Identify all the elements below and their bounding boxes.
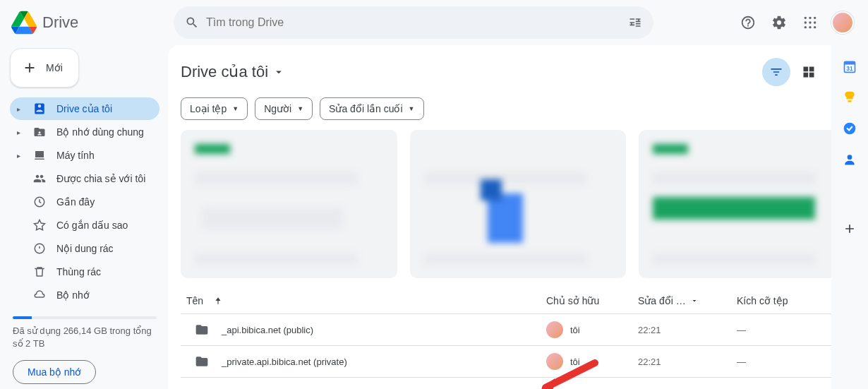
caret-icon: ▸ [17, 105, 25, 113]
file-name: _private.api.bibica.net (private) [222, 357, 347, 367]
search-bar[interactable] [174, 6, 653, 39]
search-input[interactable] [206, 16, 621, 29]
apps-icon[interactable] [796, 8, 824, 37]
nav-label: Bộ nhớ [56, 289, 90, 301]
col-name[interactable]: Tên [186, 295, 546, 306]
svg-point-5 [814, 21, 816, 23]
buy-storage-button[interactable]: Mua bộ nhớ [13, 360, 96, 384]
help-icon[interactable] [734, 8, 762, 37]
svg-point-4 [809, 21, 811, 23]
search-options-icon[interactable] [621, 8, 649, 37]
svg-point-8 [814, 26, 816, 28]
chevron-down-icon: ▼ [232, 105, 239, 112]
filter-icon[interactable] [762, 58, 790, 86]
svg-point-0 [804, 17, 807, 19]
svg-point-20 [848, 155, 852, 160]
logo-area[interactable]: Drive [6, 10, 168, 35]
nav-label: Có gắn dấu sao [56, 220, 128, 231]
nav-icon [32, 241, 47, 256]
grid-view-icon[interactable] [795, 58, 823, 86]
table-row[interactable]: _api.bibica.net (public)tôi22:21—⋮ [181, 314, 855, 346]
search-icon[interactable] [178, 8, 206, 37]
contacts-icon[interactable] [843, 152, 857, 167]
account-avatar[interactable] [831, 11, 854, 34]
sidebar-item-0[interactable]: ▸Drive của tôi [10, 97, 159, 120]
sidebar-item-6[interactable]: Nội dung rác [10, 237, 159, 260]
file-size: — [737, 325, 828, 335]
nav-label: Thùng rác [56, 266, 101, 277]
nav-icon [32, 218, 47, 232]
sidebar-item-4[interactable]: Gần đây [10, 191, 159, 213]
add-addon-icon[interactable] [843, 222, 857, 236]
svg-text:31: 31 [846, 65, 853, 72]
settings-icon[interactable] [765, 8, 793, 37]
owner-name: tôi [570, 357, 580, 367]
svg-point-1 [809, 17, 811, 19]
suggested-previews [181, 130, 855, 278]
nav-icon [32, 102, 47, 116]
preview-card[interactable] [410, 130, 627, 278]
sidebar-item-2[interactable]: ▸Máy tính [10, 144, 159, 167]
owner-avatar [546, 321, 563, 338]
table-row[interactable]: _private.api.bibica.net (private)tôi22:2… [181, 346, 855, 378]
svg-point-3 [804, 21, 807, 23]
svg-rect-18 [848, 100, 852, 102]
preview-card[interactable] [181, 130, 397, 278]
tasks-icon[interactable] [843, 121, 857, 136]
file-size: — [737, 357, 828, 367]
plus-icon [22, 60, 37, 76]
calendar-icon[interactable]: 31 [843, 59, 857, 73]
file-name: _api.bibica.net (public) [222, 325, 313, 335]
svg-point-9 [39, 131, 41, 133]
svg-point-7 [809, 26, 811, 28]
filter-chip-2[interactable]: Sửa đổi lần cuối▼ [320, 97, 423, 120]
table-header: Tên Chủ sở hữu Sửa đổi … Kích cỡ tệp [181, 288, 855, 314]
nav-icon [32, 148, 47, 162]
nav-label: Bộ nhớ dùng chung [56, 126, 144, 138]
folder-icon [195, 354, 209, 369]
svg-rect-16 [845, 61, 855, 64]
nav-label: Nội dung rác [56, 243, 114, 254]
filter-chip-1[interactable]: Người▼ [255, 97, 313, 120]
sidebar-item-3[interactable]: Được chia sẻ với tôi [10, 167, 159, 190]
breadcrumb[interactable]: Drive của tôi [181, 63, 285, 81]
keep-icon[interactable] [843, 90, 857, 104]
storage-text: Đã sử dụng 266,14 GB trong tổng số 2 TB [10, 325, 159, 350]
owner-avatar [546, 353, 563, 370]
nav-label: Drive của tôi [56, 103, 112, 114]
modified-time: 22:21 [638, 325, 737, 335]
nav-icon [32, 125, 47, 139]
new-button[interactable]: Mới [10, 48, 79, 88]
svg-point-2 [814, 17, 816, 19]
caret-icon: ▸ [17, 128, 25, 136]
chevron-down-icon [272, 66, 285, 78]
sort-asc-icon [213, 296, 223, 306]
nav-icon [32, 195, 47, 209]
nav-label: Gần đây [56, 196, 95, 208]
sidebar-item-8[interactable]: Bộ nhớ [10, 284, 159, 306]
col-size[interactable]: Kích cỡ tệp [737, 295, 828, 306]
new-button-label: Mới [46, 62, 63, 73]
col-modified[interactable]: Sửa đổi … [638, 295, 737, 306]
nav-icon [32, 265, 47, 279]
preview-card[interactable] [639, 130, 855, 278]
sidebar-item-5[interactable]: Có gắn dấu sao [10, 214, 159, 237]
storage-bar [13, 316, 157, 319]
nav-label: Được chia sẻ với tôi [56, 173, 145, 184]
chevron-down-icon: ▼ [409, 105, 415, 112]
sidebar-item-1[interactable]: ▸Bộ nhớ dùng chung [10, 121, 159, 143]
col-owner[interactable]: Chủ sở hữu [546, 295, 638, 306]
chevron-down-icon [690, 297, 699, 305]
owner-name: tôi [570, 325, 580, 335]
product-name: Drive [42, 13, 78, 32]
svg-point-6 [804, 26, 807, 28]
breadcrumb-label: Drive của tôi [181, 63, 268, 81]
folder-icon [195, 323, 209, 337]
nav-icon [32, 172, 47, 186]
filter-chip-0[interactable]: Loại tệp▼ [181, 97, 248, 120]
chevron-down-icon: ▼ [297, 105, 303, 112]
sidebar-item-7[interactable]: Thùng rác [10, 261, 159, 283]
nav-label: Máy tính [56, 150, 95, 161]
caret-icon: ▸ [17, 152, 25, 160]
drive-logo-icon [11, 10, 37, 35]
